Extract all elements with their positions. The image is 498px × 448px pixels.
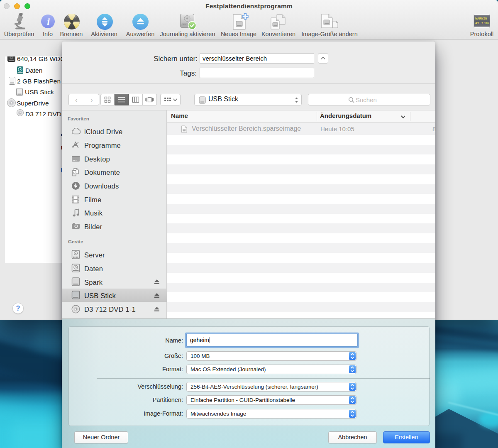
svg-text:i: i bbox=[47, 16, 50, 27]
